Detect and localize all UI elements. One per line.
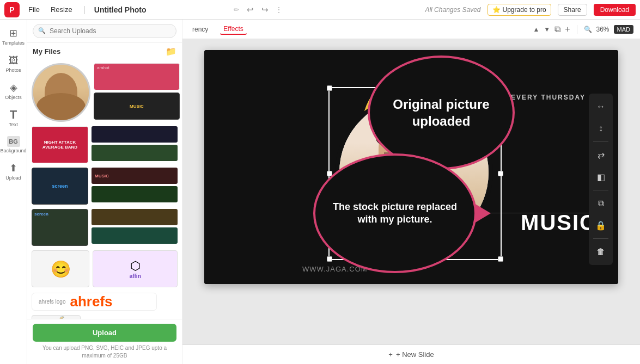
sidebar-item-templates[interactable]: ⊞ Templates (2, 24, 26, 49)
files-row-4: screen (32, 209, 178, 246)
file-thumb-screen1[interactable]: screen (32, 168, 88, 205)
canvas-right-controls: ▲ ▼ ⧉ + 🔍 36% MAD (533, 24, 633, 34)
ctx-copy[interactable]: ⧉ (591, 194, 611, 213)
ctx-scale-v[interactable]: ↕ (591, 119, 611, 138)
grid-view-btn[interactable]: ⧉ (554, 24, 560, 34)
callout-bubble-2-container: The stock picture replaced with my pictu… (313, 153, 477, 273)
mad-badge[interactable]: MAD (614, 25, 633, 34)
main-layout: ⊞ Templates 🖼 Photos ◈ Objects T Text BG… (0, 20, 640, 364)
templates-icon: ⊞ (8, 27, 20, 39)
slide-music-text: MUSIC (521, 211, 596, 235)
ctx-lock[interactable]: 🔒 (591, 215, 611, 235)
small-col-4 (92, 209, 178, 246)
files-row-1: arahot MUSIC (32, 63, 178, 122)
edit-title-icon[interactable]: ✏ (234, 6, 239, 14)
callout-bubble-2-text: The stock picture replaced with my pictu… (315, 184, 474, 243)
undo-btn[interactable]: ↩ (247, 5, 254, 15)
file-thumb-4b[interactable] (92, 227, 178, 244)
slide-divider-line (487, 213, 596, 213)
slide-up-btn[interactable]: ▲ (533, 26, 539, 33)
save-status: All Changes Saved (425, 6, 480, 14)
file-thumb-icon1[interactable]: 😊 (32, 250, 89, 287)
app-logo: P (4, 2, 20, 17)
file-thumb-1[interactable]: arahot (94, 63, 180, 90)
file-thumb-4a[interactable] (92, 209, 178, 225)
sidebar-item-background[interactable]: BG Background (2, 133, 26, 157)
menu-resize[interactable]: Resize (48, 4, 75, 15)
zoom-level: 36% (596, 26, 609, 33)
sidebar-item-photos[interactable]: 🖼 Photos (2, 51, 26, 76)
divider (577, 25, 577, 34)
ctx-scale-h[interactable]: ↔ (591, 97, 611, 116)
my-files-label: My Files (33, 47, 60, 55)
ctx-delete[interactable]: 🗑 (591, 242, 611, 262)
small-col-2 (92, 126, 178, 163)
file-thumb-red-slide[interactable]: NIGHT ATTACK AVERAGE BAND (32, 126, 88, 163)
small-thumbs-col: arahot MUSIC (94, 63, 180, 120)
search-area (27, 20, 182, 43)
sidebar: ⊞ Templates 🖼 Photos ◈ Objects T Text BG… (0, 20, 27, 364)
callout-bubble-original: Original picture uploaded (368, 55, 515, 170)
toolbar-effects[interactable]: Effects (220, 24, 246, 35)
plus-icon: + (388, 350, 393, 359)
upgrade-button[interactable]: ⭐ Upgrade to pro (487, 4, 551, 16)
redo-btn[interactable]: ↪ (261, 5, 269, 15)
new-slide-label: + New Slide (396, 350, 434, 359)
ctx-divider-3 (593, 238, 608, 239)
file-thumb-dark-2[interactable] (92, 145, 178, 161)
ctx-replace[interactable]: ⇄ (591, 145, 611, 165)
file-thumb-3b[interactable] (92, 186, 178, 202)
file-thumb-affinity[interactable]: ⬡ affin (93, 250, 178, 287)
my-files-header: My Files 📁 (27, 43, 182, 60)
uploads-panel: My Files 📁 arahot (27, 20, 182, 364)
slide-canvas[interactable]: S EVERY THURSDAY MUSIC WWW.JAGA.COM S (204, 50, 618, 284)
bubble2-tail (474, 203, 491, 223)
share-button[interactable]: Share (558, 4, 587, 16)
photos-icon: 🖼 (8, 54, 20, 66)
sidebar-item-upload[interactable]: ⬆ Upload (2, 159, 26, 184)
objects-icon: ◈ (8, 82, 20, 94)
slide-down-btn[interactable]: ▼ (544, 26, 550, 33)
toolbar-transparency[interactable]: rency (189, 24, 211, 34)
doc-title[interactable]: Untitled Photo (94, 5, 224, 14)
canvas-toolbar: rency Effects ▲ ▼ ⧉ + 🔍 36% MAD (182, 20, 640, 39)
ctx-divider-2 (593, 190, 608, 190)
new-slide-bar[interactable]: + + New Slide (182, 344, 640, 364)
more-options-btn[interactable]: ⋮ (275, 5, 283, 14)
files-row-5: 😊 ⬡ affin (32, 250, 178, 287)
file-thumb-ahrefs[interactable]: ahrefs logo ahrefs (32, 293, 157, 311)
file-face-circular[interactable] (32, 63, 90, 122)
download-button[interactable]: Download (594, 4, 636, 16)
file-thumb-3a[interactable]: MUSIC (92, 168, 178, 184)
menu-file[interactable]: File (26, 4, 42, 15)
background-icon: BG (7, 136, 20, 147)
sidebar-item-objects[interactable]: ◈ Objects (2, 78, 26, 103)
zoom-icon: 🔍 (584, 26, 592, 33)
file-thumb-dark-1[interactable] (92, 126, 178, 143)
small-col-3: MUSIC (92, 168, 178, 205)
ctx-divider-1 (593, 141, 608, 142)
upload-hint: You can upload PNG, SVG, HEIC and JPEG u… (33, 344, 176, 360)
callout-bubble-1-container: Original picture uploaded (368, 55, 515, 170)
ctx-layers[interactable]: ◧ (591, 167, 611, 187)
upload-button[interactable]: Upload (33, 324, 176, 342)
upload-icon: ⬆ (8, 162, 20, 174)
sidebar-item-text[interactable]: T Text (2, 106, 26, 131)
file-thumb-screen2[interactable]: screen (32, 209, 88, 246)
new-folder-icon[interactable]: 📁 (166, 46, 176, 57)
file-thumb-geetar[interactable]: 🎸 Geetar (32, 315, 81, 319)
files-row-2: NIGHT ATTACK AVERAGE BAND (32, 126, 178, 163)
canvas-content[interactable]: S EVERY THURSDAY MUSIC WWW.JAGA.COM S (182, 39, 640, 344)
upload-area: Upload You can upload PNG, SVG, HEIC and… (27, 319, 182, 364)
top-bar: P File Resize | Untitled Photo ✏ ↩ ↪ ⋮ A… (0, 0, 640, 20)
add-slide-top-btn[interactable]: + (565, 24, 570, 34)
files-grid: arahot MUSIC NIGHT ATTACK AVERAGE BAND (27, 60, 182, 319)
star-icon: ⭐ (492, 6, 501, 14)
slide-every-thursday-text: S EVERY THURSDAY (503, 94, 586, 101)
text-icon: T (8, 109, 20, 121)
file-thumb-2[interactable]: MUSIC (94, 92, 180, 120)
context-toolbar: ↔ ↕ ⇄ ◧ ⧉ 🔒 🗑 (589, 94, 613, 265)
callout-bubble-replaced: The stock picture replaced with my pictu… (313, 153, 477, 273)
canvas-area: rency Effects ▲ ▼ ⧉ + 🔍 36% MAD S EVE (182, 20, 640, 364)
search-input[interactable] (33, 24, 176, 38)
